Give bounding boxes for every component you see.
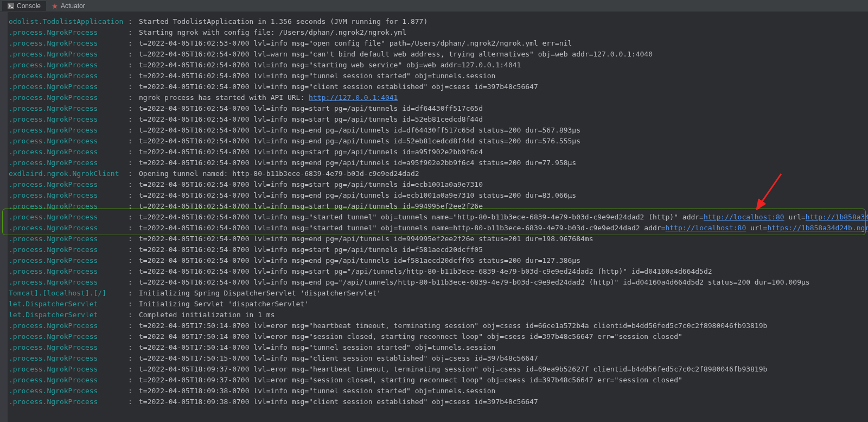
log-separator: : (128, 16, 139, 27)
log-line: .process.NgrokProcess: t=2022-04-05T16:0… (9, 60, 868, 71)
log-logger: .process.NgrokProcess (9, 38, 128, 49)
log-separator: : (128, 125, 139, 136)
log-logger: let.DispatcherServlet (9, 299, 128, 310)
log-line: exdlaird.ngrok.NgrokClient: Opening tunn… (9, 168, 868, 179)
tab-actuator[interactable]: Actuator (46, 1, 91, 11)
log-line: .process.NgrokProcess: t=2022-04-05T16:0… (9, 244, 868, 255)
log-separator: : (128, 288, 139, 299)
log-separator: : (128, 375, 139, 386)
log-line: .process.NgrokProcess: t=2022-04-05T16:0… (9, 49, 868, 60)
log-line: Tomcat].[localhost].[/]: Initializing Sp… (9, 288, 868, 299)
log-line: .process.NgrokProcess: t=2022-04-05T16:0… (9, 201, 868, 212)
log-link[interactable]: http://localhost:80 (666, 224, 746, 232)
log-message: Initializing Servlet 'dispatcherServlet' (139, 299, 309, 310)
log-message: Initializing Spring DispatcherServlet 'd… (139, 288, 381, 299)
log-link[interactable]: http://1b858a34d24b.ngrok.i (806, 213, 868, 221)
log-logger: .process.NgrokProcess (9, 342, 128, 353)
log-message: t=2022-04-05T16:02:54-0700 lvl=info msg=… (139, 179, 483, 190)
log-logger: .process.NgrokProcess (9, 364, 128, 375)
log-separator: : (128, 81, 139, 92)
console-log-area[interactable]: odolist.TodolistApplication: Started Tod… (8, 12, 868, 422)
log-separator: : (128, 114, 139, 125)
tab-bar: Console Actuator (0, 0, 868, 12)
log-separator: : (128, 179, 139, 190)
log-separator: : (128, 299, 139, 310)
log-logger: .process.NgrokProcess (9, 375, 128, 386)
log-line: .process.NgrokProcess: t=2022-04-05T17:5… (9, 320, 868, 331)
log-logger: .process.NgrokProcess (9, 277, 128, 288)
log-separator: : (128, 49, 139, 60)
log-line: .process.NgrokProcess: t=2022-04-05T16:0… (9, 158, 868, 168)
log-message: t=2022-04-05T16:02:54-0700 lvl=info msg=… (139, 147, 483, 158)
log-message: t=2022-04-05T16:02:54-0700 lvl=info msg=… (139, 136, 580, 147)
log-link[interactable]: http://localhost:80 (704, 213, 784, 221)
log-line: let.DispatcherServlet: Initializing Serv… (9, 299, 868, 310)
log-message: t=2022-04-05T16:02:54-0700 lvl=warn msg=… (139, 49, 653, 60)
log-line: .process.NgrokProcess: t=2022-04-05T18:0… (9, 364, 868, 375)
log-message: t=2022-04-05T16:02:54-0700 lvl=info msg=… (139, 103, 483, 114)
tab-console[interactable]: Console (2, 1, 46, 11)
log-separator: : (128, 342, 139, 353)
log-logger: .process.NgrokProcess (9, 190, 128, 201)
log-line: .process.NgrokProcess: t=2022-04-05T17:5… (9, 353, 868, 364)
log-logger: .process.NgrokProcess (9, 386, 128, 396)
log-message: t=2022-04-05T17:50:14-0700 lvl=eror msg=… (139, 331, 682, 342)
log-line: .process.NgrokProcess: t=2022-04-05T16:0… (9, 71, 868, 81)
log-logger: Tomcat].[localhost].[/] (9, 288, 128, 299)
log-line: .process.NgrokProcess: t=2022-04-05T16:0… (9, 234, 868, 244)
log-link[interactable]: http://127.0.0.1:4041 (309, 93, 398, 102)
svg-rect-0 (8, 3, 14, 9)
log-logger: .process.NgrokProcess (9, 60, 128, 71)
log-separator: : (128, 396, 139, 407)
log-line: .process.NgrokProcess: t=2022-04-05T18:0… (9, 396, 868, 407)
log-logger: .process.NgrokProcess (9, 212, 128, 223)
log-logger: .process.NgrokProcess (9, 49, 128, 60)
log-message: t=2022-04-05T16:02:54-0700 lvl=info msg=… (139, 114, 483, 125)
log-message: t=2022-04-05T16:02:54-0700 lvl=info msg=… (139, 190, 576, 201)
log-logger: let.DispatcherServlet (9, 310, 128, 320)
log-logger: .process.NgrokProcess (9, 27, 128, 38)
log-separator: : (128, 212, 139, 223)
log-message: t=2022-04-05T16:02:54-0700 lvl=info msg=… (139, 234, 593, 244)
log-separator: : (128, 353, 139, 364)
log-message: t=2022-04-05T16:02:54-0700 lvl=info msg=… (139, 277, 810, 288)
log-line: .process.NgrokProcess: t=2022-04-05T18:0… (9, 375, 868, 386)
log-message: t=2022-04-05T16:02:54-0700 lvl=info msg=… (139, 212, 868, 223)
log-line: .process.NgrokProcess: t=2022-04-05T16:0… (9, 136, 868, 147)
log-separator: : (128, 331, 139, 342)
log-line: odolist.TodolistApplication: Started Tod… (9, 16, 868, 27)
tab-console-label: Console (17, 2, 41, 10)
log-logger: .process.NgrokProcess (9, 223, 128, 234)
log-message: t=2022-04-05T16:02:54-0700 lvl=info msg=… (139, 244, 483, 255)
log-line: .process.NgrokProcess: t=2022-04-05T17:5… (9, 342, 868, 353)
log-line: .process.NgrokProcess: t=2022-04-05T16:0… (9, 147, 868, 158)
log-separator: : (128, 364, 139, 375)
log-line: .process.NgrokProcess: Starting ngrok wi… (9, 27, 868, 38)
log-message: t=2022-04-05T18:09:38-0700 lvl=info msg=… (139, 396, 538, 407)
log-message: t=2022-04-05T17:50:14-0700 lvl=eror msg=… (139, 320, 767, 331)
tab-actuator-label: Actuator (61, 2, 85, 10)
log-line: .process.NgrokProcess: t=2022-04-05T17:5… (9, 331, 868, 342)
log-message: t=2022-04-05T16:02:54-0700 lvl=info msg=… (139, 125, 580, 136)
log-message: t=2022-04-05T18:09:37-0700 lvl=eror msg=… (139, 364, 767, 375)
log-link[interactable]: https://1b858a34d24b.ngrok.io (767, 224, 868, 232)
log-logger: .process.NgrokProcess (9, 255, 128, 266)
log-separator: : (128, 201, 139, 212)
log-separator: : (128, 266, 139, 277)
log-separator: : (128, 60, 139, 71)
log-line: .process.NgrokProcess: t=2022-04-05T16:0… (9, 212, 868, 223)
log-logger: .process.NgrokProcess (9, 136, 128, 147)
log-logger: exdlaird.ngrok.NgrokClient (9, 168, 128, 179)
log-logger: .process.NgrokProcess (9, 81, 128, 92)
log-separator: : (128, 168, 139, 179)
log-logger: .process.NgrokProcess (9, 353, 128, 364)
log-message: t=2022-04-05T16:02:54-0700 lvl=info msg=… (139, 81, 538, 92)
log-separator: : (128, 136, 139, 147)
log-message: t=2022-04-05T16:02:54-0700 lvl=info msg=… (139, 255, 580, 266)
log-separator: : (128, 38, 139, 49)
log-separator: : (128, 386, 139, 396)
log-message: t=2022-04-05T16:02:54-0700 lvl=info msg=… (139, 223, 868, 234)
log-separator: : (128, 92, 139, 103)
log-logger: .process.NgrokProcess (9, 234, 128, 244)
log-separator: : (128, 190, 139, 201)
